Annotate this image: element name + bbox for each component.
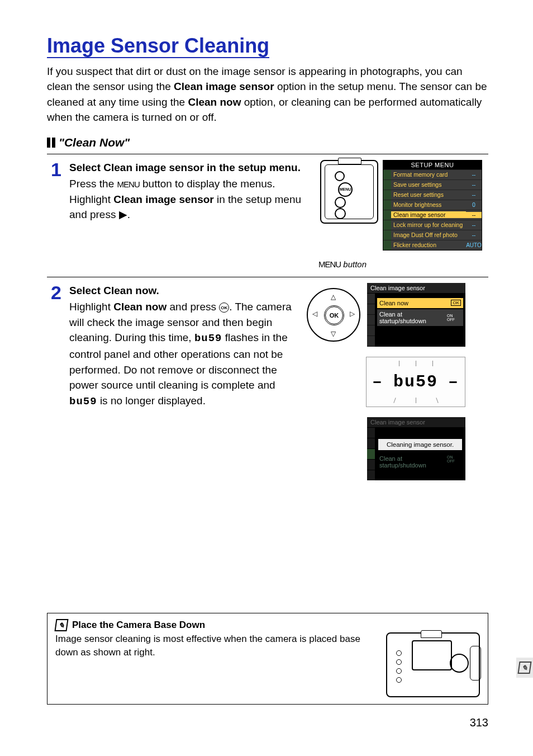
t: .: [156, 285, 159, 296]
menu-row-label: Save user settings: [391, 181, 466, 188]
subsection-label: "Clean Now": [59, 136, 130, 149]
setup-menu-row: Format memory card--: [383, 169, 482, 179]
t: Clean now: [113, 301, 166, 313]
setup-menu-row: Flicker reductionAUTO: [383, 240, 482, 250]
page-number: 313: [470, 716, 488, 729]
menu-row-label: Reset user settings: [391, 191, 466, 198]
submenu-option-clean-now: Clean now OK: [377, 298, 463, 308]
t: Press the: [69, 178, 117, 190]
t: is no longer displayed.: [97, 395, 206, 407]
menu-row-label: Image Dust Off ref photo: [391, 231, 466, 238]
opt-label: Clean at startup/shutdown: [379, 311, 447, 324]
busy-glyph: bu59: [69, 395, 97, 408]
camera-button-icon: [335, 197, 346, 208]
side-tab: ✎: [516, 658, 533, 678]
note-heading: ✎ Place the Camera Base Down: [55, 619, 480, 631]
camera-back-illustration: MENU: [320, 160, 378, 224]
menu-button-glyph: MENU: [117, 179, 140, 189]
step-2-title: Select Clean now.: [69, 283, 293, 299]
step-2-body: Highlight Clean now and press OK. The ca…: [69, 299, 293, 409]
opt-label: Clean now: [379, 300, 408, 306]
t: Select: [69, 285, 103, 296]
ok-button-icon: OK: [219, 303, 229, 313]
t: Select: [69, 162, 103, 173]
cleaning-progress-screenshot: Clean image sensor Cleaning image sensor…: [367, 417, 465, 480]
subsection-heading: "Clean Now": [47, 136, 488, 149]
camera-menu-button-icon: MENU: [338, 182, 353, 197]
submenu-option-startup-shutdown-dim: Clean at startup/shutdown ON OFF: [377, 453, 463, 470]
heading-bars-icon: [47, 138, 55, 148]
t: Highlight: [69, 301, 113, 313]
menu-row-value: --: [466, 232, 482, 238]
step-1-body: Press the MENU button to display the men…: [69, 176, 310, 223]
setup-menu-screenshot: SETUP MENU Format memory card--Save user…: [383, 160, 482, 251]
cleaning-message: Cleaning image sensor.: [378, 439, 462, 450]
submenu-header: Clean image sensor: [367, 283, 465, 294]
menu-row-label: Format memory card: [391, 171, 466, 178]
menu-row-label: Flicker reduction: [391, 242, 466, 248]
divider: [47, 154, 488, 154]
control-panel-busy-illustration: – bu59 –: [366, 357, 465, 407]
step-number: 1: [47, 160, 61, 179]
intro-bold-2: Clean now: [188, 96, 241, 108]
step-2: 2 Select Clean now. Highlight Clean now …: [47, 283, 488, 480]
down-arrow-icon: ▽: [331, 330, 336, 337]
intro-bold-1: Clean image sensor: [174, 81, 274, 92]
setup-menu-row: Reset user settings--: [383, 190, 482, 200]
note-icon: ✎: [517, 662, 531, 674]
setup-menu-row: Save user settings--: [383, 179, 482, 190]
t: Clean now: [103, 285, 156, 296]
up-arrow-icon: △: [331, 294, 336, 300]
step-1: 1 Select Clean image sensor in the setup…: [47, 160, 488, 269]
t: .: [127, 209, 130, 220]
right-arrow-icon: ▶: [119, 209, 127, 220]
setup-menu-row: Image Dust Off ref photo--: [383, 230, 482, 240]
divider: [47, 277, 488, 277]
menu-row-value: --: [466, 222, 482, 228]
setup-menu-row: Lock mirror up for cleaning--: [383, 220, 482, 230]
menu-glyph: MENU: [318, 259, 341, 269]
opt-label: Clean at startup/shutdown: [379, 455, 447, 469]
camera-button-icon: [335, 208, 346, 219]
setup-menu-row: Clean image sensor--: [383, 210, 482, 220]
step-number: 2: [47, 283, 61, 302]
submenu-header: Clean image sensor: [367, 417, 465, 428]
menu-title: SETUP MENU: [383, 160, 482, 169]
busy-glyph: bu59: [194, 332, 222, 344]
menu-row-value: --: [466, 212, 482, 218]
setup-menu-row: Monitor brightness0: [383, 200, 482, 210]
camera-base-down-illustration: [386, 632, 480, 697]
step-1-title: Select Clean image sensor in the setup m…: [69, 160, 310, 176]
submenu-option-startup-shutdown: Clean at startup/shutdown ON OFF: [377, 309, 463, 326]
note-box: ✎ Place the Camera Base Down Image senso…: [47, 613, 488, 705]
menu-row-label: Clean image sensor: [391, 211, 466, 218]
camera-small-button-icon: [335, 171, 345, 181]
note-title: Place the Camera Base Down: [72, 620, 205, 631]
badge: ON OFF: [447, 314, 461, 322]
menu-row-value: --: [466, 182, 482, 188]
t: in the setup menu.: [204, 162, 301, 173]
note-icon: ✎: [54, 619, 68, 631]
menu-row-label: Monitor brightness: [391, 201, 466, 208]
right-arrow-icon: ▷: [350, 310, 355, 317]
menu-row-value: --: [466, 192, 482, 198]
menu-row-label: Lock mirror up for cleaning: [391, 221, 466, 228]
clean-sensor-submenu-screenshot: Clean image sensor Clean now OK Clean at…: [367, 283, 465, 347]
menu-row-value: --: [466, 172, 482, 178]
menu-row-value: AUTO: [466, 242, 482, 248]
menu-row-value: 0: [466, 202, 482, 208]
page-title: Image Sensor Cleaning: [47, 35, 269, 58]
left-arrow-icon: ◁: [312, 310, 317, 317]
t: and press: [166, 301, 219, 313]
ok-button-icon: OK: [324, 305, 344, 325]
caption-text: button: [341, 259, 367, 269]
note-body-text: Image sensor cleaning is most effective …: [55, 632, 379, 659]
ok-badge-icon: OK: [451, 300, 461, 306]
intro-paragraph: If you suspect that dirt or dust on the …: [47, 64, 488, 125]
badge: ON OFF: [447, 455, 461, 469]
t: Clean image sensor: [103, 162, 204, 173]
multi-selector-illustration: OK △ ▽ ◁ ▷: [307, 288, 360, 342]
t: Clean image sensor: [113, 193, 214, 205]
menu-button-caption: MENU button: [318, 259, 367, 269]
busy-readout: bu59: [393, 372, 438, 391]
